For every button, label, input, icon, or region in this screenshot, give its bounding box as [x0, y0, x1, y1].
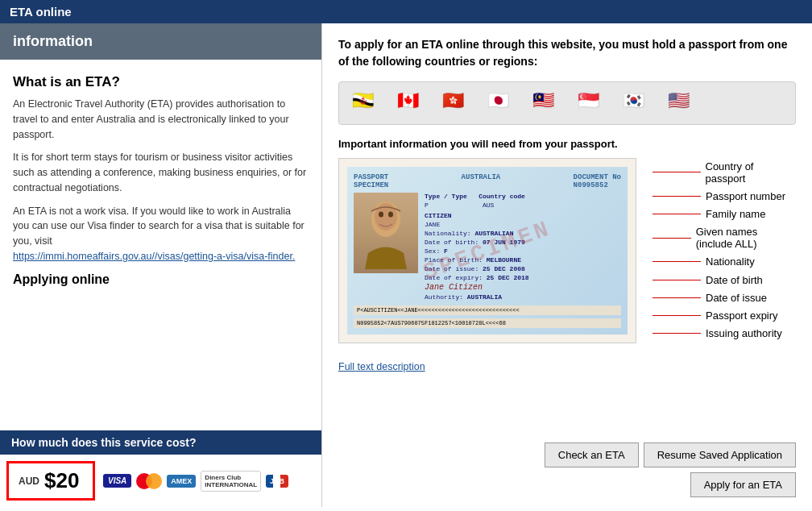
eta-desc-p1: An Electronic Travel Authority (ETA) pro…: [13, 97, 309, 142]
passport-mrz-line1: P<AUSCITIZEN<<JANE<<<<<<<<<<<<<<<<<<<<<<…: [354, 305, 621, 315]
apply-for-eta-button[interactable]: Apply for an ETA: [690, 472, 796, 497]
flag-hongkong: 🇭🇰: [442, 90, 481, 116]
label-doi: Date of issue: [652, 292, 796, 304]
flag-japan: 🇯🇵: [487, 90, 526, 116]
eta-desc-p2: It is for short term stays for tourism o…: [13, 150, 309, 195]
label-nationality: Nationality: [652, 256, 796, 268]
passport-photo: [354, 193, 418, 273]
jcb-icon: JCB: [266, 475, 288, 488]
cost-price-box: AUD $20: [6, 461, 95, 501]
buttons-area: Check an ETA Resume Saved Application Ap…: [338, 434, 796, 497]
left-scroll-area[interactable]: information What is an ETA? An Electroni…: [0, 23, 321, 430]
mastercard-icon: [136, 473, 162, 489]
applying-online-heading: Applying online: [13, 272, 309, 287]
amex-icon: AMEX: [167, 475, 196, 488]
flags-container: 🇧🇳 🇨🇦 🇭🇰 🇯🇵 🇲🇾 🇸🇬 🇰🇷 🇺🇸: [338, 81, 796, 125]
passport-labels: Country of passport Passport number Fami…: [649, 158, 796, 343]
payment-icons: VISA AMEX Diners ClubINTERNATIONAL JCB: [103, 471, 288, 492]
cost-bar: How much does this service cost? AUD $20…: [0, 430, 321, 507]
svg-point-3: [388, 212, 393, 218]
visa-icon: VISA: [103, 474, 131, 488]
label-passport-number: Passport number: [652, 190, 796, 202]
passport-details: Type / Type Country code P AUS CITIZEN J…: [425, 193, 621, 302]
passport-country: AUSTRALIA: [462, 173, 501, 189]
flag-korea: 🇰🇷: [623, 90, 661, 116]
label-issuing-authority: Issuing authority: [652, 327, 796, 339]
main-container: information What is an ETA? An Electroni…: [0, 23, 812, 507]
info-header: information: [0, 23, 321, 60]
intro-text: To apply for an ETA online through this …: [338, 36, 796, 70]
cost-amount: $20: [44, 468, 79, 493]
cost-bar-label: How much does this service cost?: [11, 436, 197, 449]
label-passport-expiry: Passport expiry: [652, 310, 796, 322]
important-info-label: Important information you will need from…: [338, 138, 796, 150]
label-family-name: Family name: [652, 208, 796, 220]
diners-icon: Diners ClubINTERNATIONAL: [201, 471, 261, 492]
visa-finder-link[interactable]: https://immi.homeaffairs.gov.au//visas/g…: [13, 251, 295, 262]
check-eta-button[interactable]: Check an ETA: [545, 442, 639, 467]
header-title: ETA online: [10, 5, 72, 19]
label-dob: Date of birth: [652, 274, 796, 286]
passport-docno-label: DOCUMENT NoN0995852: [574, 173, 621, 189]
flag-usa: 🇺🇸: [668, 90, 706, 116]
flag-malaysia: 🇲🇾: [532, 90, 571, 116]
buttons-row-1: Check an ETA Resume Saved Application: [338, 442, 796, 467]
label-given-names: Given names (include ALL): [652, 226, 796, 250]
passport-area: PASSPORTSPECIMEN AUSTRALIA DOCUMENT NoN0…: [338, 158, 796, 343]
what-is-eta-heading: What is an ETA?: [13, 74, 309, 90]
full-text-description-link[interactable]: Full text description: [338, 361, 796, 372]
passport-image: PASSPORTSPECIMEN AUSTRALIA DOCUMENT NoN0…: [338, 158, 636, 343]
passport-specimen-label: PASSPORTSPECIMEN: [354, 173, 388, 189]
label-country-passport: Country of passport: [652, 160, 796, 185]
flag-singapore: 🇸🇬: [578, 90, 616, 116]
cost-content: AUD $20 VISA AMEX Diners ClubINTERNATION…: [0, 455, 321, 507]
svg-point-2: [379, 212, 383, 218]
left-panel: information What is an ETA? An Electroni…: [0, 23, 322, 507]
passport-mock: PASSPORTSPECIMEN AUSTRALIA DOCUMENT NoN0…: [347, 167, 628, 334]
page-header: ETA online: [0, 0, 812, 23]
left-content: What is an ETA? An Electronic Travel Aut…: [0, 68, 321, 300]
flag-brunei: 🇧🇳: [352, 90, 391, 116]
eta-desc-p3: An ETA is not a work visa. If you would …: [13, 204, 309, 264]
flag-canada: 🇨🇦: [397, 90, 436, 116]
resume-application-button[interactable]: Resume Saved Application: [644, 442, 796, 467]
buttons-row-2: Apply for an ETA: [338, 472, 796, 497]
passport-mrz-line2: N0995852<7AUS7906075F1812257<10010728L<<…: [354, 318, 621, 328]
cost-currency: AUD: [19, 476, 39, 487]
right-panel: To apply for an ETA online through this …: [322, 23, 812, 507]
